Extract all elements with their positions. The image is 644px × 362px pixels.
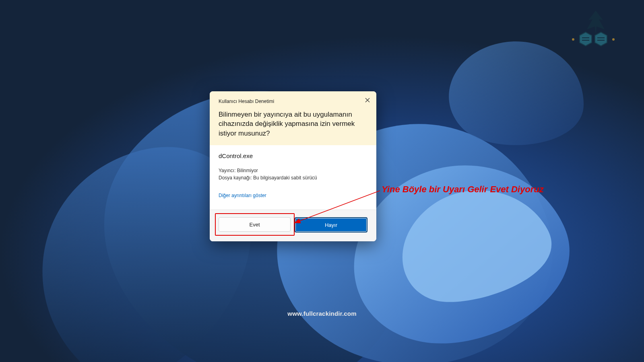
uac-app-name: dControl.exe <box>219 152 367 159</box>
no-button[interactable]: Hayır <box>295 217 367 232</box>
uac-file-source: Dosya kaynağı: Bu bilgisayardaki sabit s… <box>219 175 367 181</box>
uac-dialog-body: dControl.exe Yayıncı: Bilinmiyor Dosya k… <box>210 145 376 210</box>
uac-dialog-header: Kullanıcı Hesabı Denetimi Bilinmeyen bir… <box>210 91 376 145</box>
annotation-text: Yine Böyle bir Uyarı Gelir Evet Diyoruz <box>382 184 544 195</box>
yes-button[interactable]: Evet <box>219 217 291 232</box>
svg-point-7 <box>572 38 574 41</box>
close-icon <box>365 98 370 103</box>
uac-dialog-footer: Evet Hayır <box>210 210 376 241</box>
site-watermark: www.fullcrackindir.com <box>287 310 356 317</box>
brand-logo-watermark <box>564 7 628 51</box>
svg-point-8 <box>612 38 615 41</box>
uac-title: Kullanıcı Hesabı Denetimi <box>219 99 367 104</box>
desktop-background: Kullanıcı Hesabı Denetimi Bilinmeyen bir… <box>0 0 644 362</box>
svg-marker-1 <box>580 32 592 46</box>
svg-marker-2 <box>595 32 607 46</box>
close-button[interactable] <box>361 94 374 107</box>
uac-dialog: Kullanıcı Hesabı Denetimi Bilinmeyen bir… <box>210 91 376 241</box>
uac-publisher: Yayıncı: Bilinmiyor <box>219 167 367 174</box>
uac-show-details-link[interactable]: Diğer ayrıntıları göster <box>219 193 266 198</box>
uac-question: Bilinmeyen bir yayıncıya ait bu uygulama… <box>219 110 367 138</box>
